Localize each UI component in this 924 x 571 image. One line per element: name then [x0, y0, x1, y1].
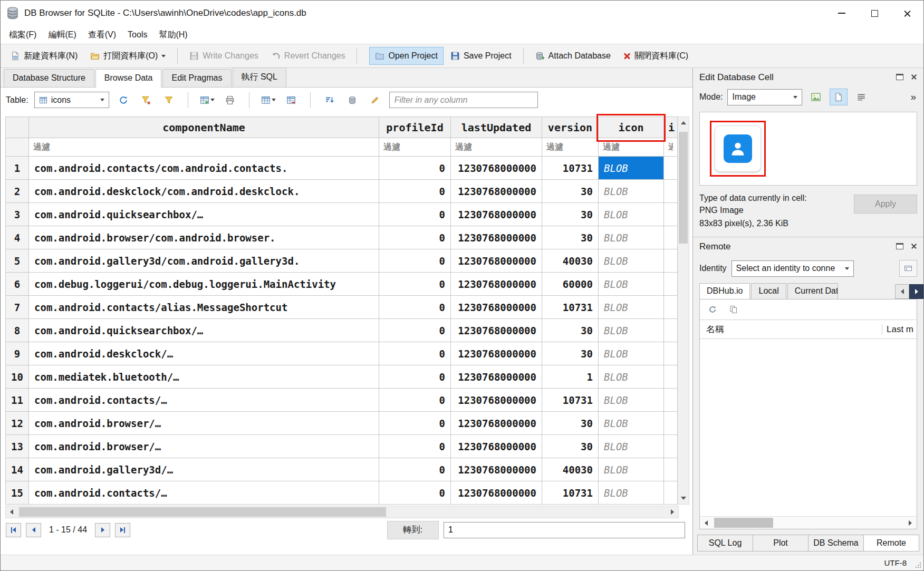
table-select[interactable]: icons	[34, 92, 109, 108]
goto-input[interactable]	[444, 522, 685, 538]
cell-componentname[interactable]: com.debug.loggerui/com.debug.loggerui.Ma…	[29, 273, 379, 296]
cell-version[interactable]: 10731	[542, 389, 599, 412]
cell-componentname[interactable]: com.android.quicksearchbox/…	[29, 319, 379, 342]
cell-lastupdated[interactable]: 1230768000000	[451, 365, 542, 389]
cell-partial[interactable]	[664, 458, 678, 481]
column-filter-input[interactable]	[599, 138, 663, 156]
cell-componentname[interactable]: com.android.gallery3d/…	[29, 458, 379, 481]
cell-componentname[interactable]: com.android.deskclock/com.android.deskcl…	[29, 180, 379, 203]
hscroll-track[interactable]	[17, 506, 667, 518]
cell-icon[interactable]: BLOB	[599, 412, 664, 435]
cell-version[interactable]: 40030	[542, 458, 599, 481]
tab-database-structure[interactable]: Database Structure	[4, 69, 94, 87]
cell-lastupdated[interactable]: 1230768000000	[451, 342, 542, 365]
mode-select[interactable]: Image	[727, 89, 802, 105]
float-panel-button[interactable]	[896, 72, 903, 83]
cell-profileid[interactable]: 0	[379, 180, 451, 203]
menu-view[interactable]: 查看(V)	[83, 27, 121, 43]
apply-button[interactable]: Apply	[854, 195, 917, 214]
column-header-lastupdated[interactable]: lastUpdated	[451, 117, 542, 138]
cell-version[interactable]: 30	[542, 342, 599, 365]
scroll-right-button[interactable]	[904, 517, 917, 529]
sort-button[interactable]	[321, 92, 338, 109]
close-database-button[interactable]: 關閉資料庫(C)	[618, 46, 694, 66]
cell-icon[interactable]: BLOB	[599, 389, 664, 412]
cell-profileid[interactable]: 0	[379, 435, 451, 458]
first-page-button[interactable]	[6, 523, 21, 537]
cell-partial[interactable]	[664, 389, 678, 412]
tab-db-schema[interactable]: DB Schema	[808, 535, 864, 551]
column-header-icon[interactable]: icon	[599, 117, 664, 138]
refresh-button[interactable]	[115, 92, 132, 109]
cell-icon[interactable]: BLOB	[599, 458, 664, 481]
prev-page-button[interactable]	[26, 523, 41, 537]
remote-horizontal-scrollbar[interactable]	[700, 516, 917, 529]
cell-componentname[interactable]: com.android.gallery3d/com.android.galler…	[29, 249, 379, 273]
attach-database-button[interactable]: Attach Database	[530, 47, 617, 65]
open-database-button[interactable]: 打開資料庫(O)	[84, 46, 171, 66]
cell-lastupdated[interactable]: 1230768000000	[451, 458, 542, 481]
cell-icon[interactable]: BLOB	[599, 249, 664, 273]
cell-icon[interactable]: BLOB	[599, 342, 664, 365]
close-panel-button[interactable]	[911, 241, 917, 252]
cell-icon[interactable]: BLOB	[599, 273, 664, 296]
cell-version[interactable]: 30	[542, 226, 599, 249]
open-project-button[interactable]: Open Project	[369, 47, 443, 65]
cell-profileid[interactable]: 0	[379, 157, 451, 180]
global-filter-input[interactable]	[389, 92, 538, 108]
cell-version[interactable]: 30	[542, 319, 599, 342]
clone-database-button[interactable]	[725, 301, 742, 318]
tabs-scroll-right-button[interactable]	[909, 284, 923, 299]
cell-icon[interactable]: BLOB	[599, 296, 664, 319]
cell-version[interactable]: 10731	[542, 481, 599, 505]
edit-cell-button[interactable]	[367, 92, 383, 109]
cell-lastupdated[interactable]: 1230768000000	[451, 157, 542, 180]
insert-record-button[interactable]	[260, 92, 277, 109]
cell-componentname[interactable]: com.android.deskclock/…	[29, 342, 379, 365]
cell-version[interactable]: 30	[542, 435, 599, 458]
cell-partial[interactable]	[664, 342, 678, 365]
cell-componentname[interactable]: com.android.browser/…	[29, 412, 379, 435]
cell-lastupdated[interactable]: 1230768000000	[451, 226, 542, 249]
cell-icon[interactable]: BLOB	[599, 319, 664, 342]
cell-profileid[interactable]: 0	[379, 389, 451, 412]
column-filter-input[interactable]	[664, 138, 677, 156]
cell-icon[interactable]: BLOB	[599, 435, 664, 458]
vscroll-track[interactable]	[678, 129, 689, 492]
cell-profileid[interactable]: 0	[379, 319, 451, 342]
toolbar-overflow-button[interactable]: »	[910, 91, 917, 103]
cell-profileid[interactable]: 0	[379, 458, 451, 481]
cell-profileid[interactable]: 0	[379, 249, 451, 273]
menu-tools[interactable]: Tools	[122, 27, 152, 42]
cell-version[interactable]: 60000	[542, 273, 599, 296]
cell-lastupdated[interactable]: 1230768000000	[451, 203, 542, 226]
cell-partial[interactable]	[664, 365, 678, 389]
menu-edit[interactable]: 編輯(E)	[43, 27, 81, 43]
column-header-partial[interactable]: i	[664, 117, 678, 138]
save-filter-button[interactable]	[160, 92, 177, 109]
cell-lastupdated[interactable]: 1230768000000	[451, 249, 542, 273]
cell-partial[interactable]	[664, 319, 678, 342]
cell-profileid[interactable]: 0	[379, 412, 451, 435]
cell-partial[interactable]	[664, 180, 678, 203]
vertical-scrollbar[interactable]	[678, 117, 689, 505]
tab-edit-pragmas[interactable]: Edit Pragmas	[162, 69, 231, 87]
cell-profileid[interactable]: 0	[379, 273, 451, 296]
cell-icon[interactable]: BLOB	[599, 365, 664, 389]
tab-local[interactable]: Local	[751, 283, 786, 299]
cell-version[interactable]: 30	[542, 203, 599, 226]
column-filter-input[interactable]	[542, 138, 598, 156]
cell-profileid[interactable]: 0	[379, 226, 451, 249]
cell-partial[interactable]	[664, 157, 678, 180]
encoding-selector[interactable]: UTF-8	[884, 558, 907, 567]
cell-lastupdated[interactable]: 1230768000000	[451, 319, 542, 342]
column-header-name[interactable]: 名稱	[700, 323, 882, 335]
column-header-version[interactable]: version	[542, 117, 599, 138]
database-view-button[interactable]	[344, 92, 361, 109]
tab-browse-data[interactable]: Browse Data	[95, 69, 162, 88]
text-mode-button[interactable]	[830, 89, 848, 105]
column-header-componentname[interactable]: componentName	[29, 117, 379, 138]
cell-partial[interactable]	[664, 412, 678, 435]
minimize-button[interactable]	[825, 1, 858, 26]
new-database-button[interactable]: 新建資料庫(N)	[5, 46, 83, 66]
